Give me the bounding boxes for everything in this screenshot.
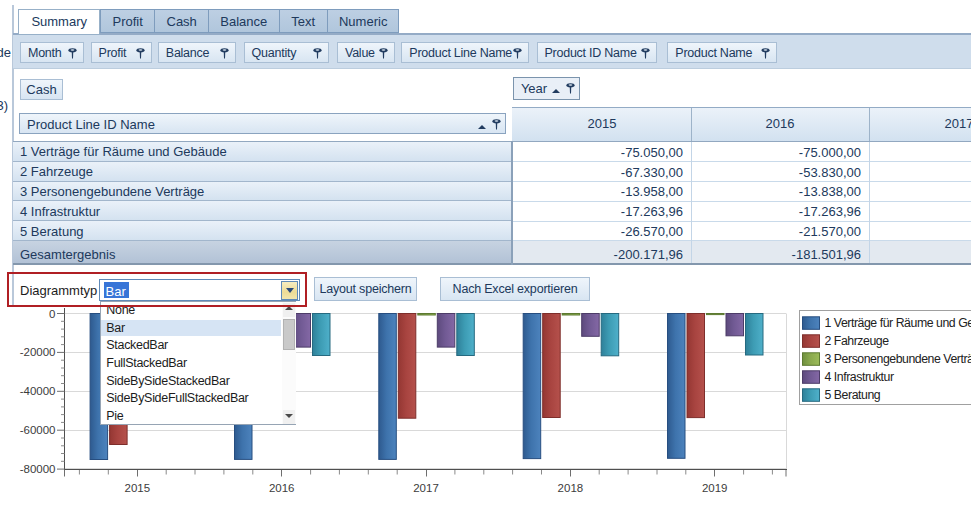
svg-text:1 Verträge für Räume und Geb: 1 Verträge für Räume und Geb — [825, 316, 971, 330]
svg-text:-80000: -80000 — [20, 463, 56, 475]
svg-text:5 Beratung: 5 Beratung — [825, 388, 881, 402]
svg-text:2015: 2015 — [125, 482, 151, 494]
svg-text:0: 0 — [49, 308, 55, 320]
svg-text:2 Fahrzeuge: 2 Fahrzeuge — [825, 334, 890, 348]
svg-text:-60000: -60000 — [20, 424, 56, 436]
svg-text:3 Personengebundene Verträg: 3 Personengebundene Verträg — [825, 352, 971, 366]
svg-text:2017: 2017 — [413, 482, 439, 494]
svg-text:2018: 2018 — [558, 482, 584, 494]
svg-text:-40000: -40000 — [20, 385, 56, 397]
svg-text:-20000: -20000 — [20, 346, 56, 358]
svg-text:2019: 2019 — [702, 482, 728, 494]
svg-text:4 Infrastruktur: 4 Infrastruktur — [825, 370, 894, 384]
svg-text:2016: 2016 — [269, 482, 295, 494]
